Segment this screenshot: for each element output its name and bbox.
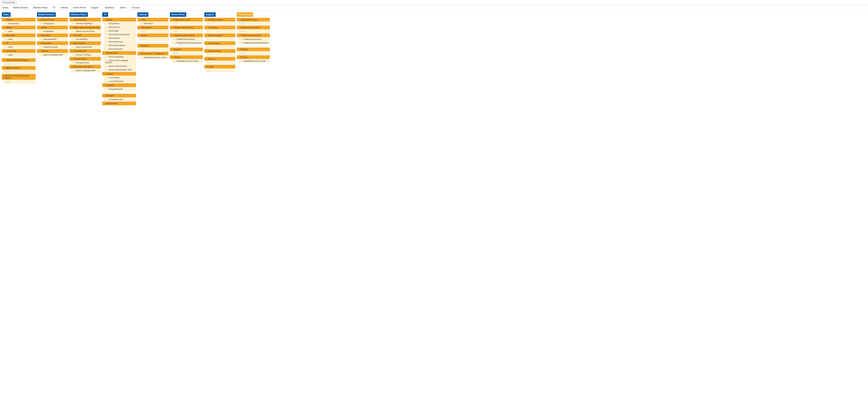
list-item: - - - /shop <box>4 53 35 57</box>
list-item[interactable]: - - Wearables <box>37 34 68 37</box>
list-item[interactable]: - - Wireless support <box>204 18 235 22</box>
list-item: - - - /shop/tablets <box>39 30 68 33</box>
list-item[interactable]: - - Mobile Phones <box>37 18 68 22</box>
column-mobile-devices: Mobile Devices- - Mobile Phones- - - /sh… <box>37 12 68 106</box>
col-header-internet[interactable]: Internet <box>137 12 148 17</box>
nav-item-mobile-devices[interactable]: Mobile Devices <box>12 6 29 9</box>
list-item[interactable]: - - TV support <box>204 26 235 29</box>
list-item[interactable]: - - Accessories <box>2 49 35 53</box>
list-item: - - - Directv/NFLSundayTicket <box>104 33 136 36</box>
list-item[interactable]: - - Bundles* <box>102 94 136 97</box>
list-item: - - - /shop/accessories <box>39 45 68 48</box>
col-header-tv[interactable]: TV <box>102 12 108 17</box>
list-item[interactable]: - Contact <box>204 65 235 68</box>
list-item[interactable]: - - Directv Now* <box>102 51 136 55</box>
list-item: - - - / <box>139 30 168 33</box>
list-item: - - - Compare/Results <box>104 98 136 101</box>
list-item: - - - / <box>139 48 168 51</box>
nav-item-home-phone[interactable]: Home Phone <box>72 6 87 9</box>
list-item[interactable]: - - Accessories <box>37 41 68 45</box>
list-item[interactable]: - - Data Connect <box>69 41 101 45</box>
list-item: - - - / <box>172 30 203 33</box>
list-item[interactable]: - - Home security <box>204 49 235 53</box>
list-item: - - - / <box>4 70 35 73</box>
nav-item---business[interactable]: · Business <box>103 6 115 9</box>
list-item: - - - /shop/filtered search results <box>239 60 270 63</box>
list-item[interactable]: - - Pre-Paid <box>69 34 101 37</box>
list-item[interactable]: - - Wireless home phone <box>170 26 203 29</box>
list-item[interactable]: - - Home phone <box>204 41 235 45</box>
list-item[interactable]: - - Directv <box>102 18 136 22</box>
list-item[interactable]: - - Digital phone plans <box>170 18 203 22</box>
list-item: - - - Traditional phone/local <box>239 38 270 41</box>
list-item[interactable]: - - Bundles* <box>137 44 168 47</box>
list-item[interactable]: - - Account <box>204 57 235 61</box>
col-header-support[interactable]: Support <box>204 12 216 17</box>
list-item: - - - /shop/filtered search results <box>139 56 168 59</box>
list-item: - - - <box>206 61 235 64</box>
nav-item-tv[interactable]: TV <box>52 6 56 9</box>
nav-item-wireless-plans[interactable]: Wireless Plans <box>32 6 48 9</box>
list-item[interactable]: - - Accessories* = Equipment <box>137 52 168 55</box>
nav-bar: DealsMobile DevicesWireless PlansTVInter… <box>0 5 868 10</box>
list-item: - - - / <box>4 63 35 66</box>
top-bar: att.com/home <box>0 0 868 5</box>
list-item[interactable]: - - Traditional phone plans <box>237 34 270 37</box>
list-item[interactable]: - - Mobile share flex (By the Gig) <box>69 26 101 29</box>
list-item[interactable]: - - Bring your own device <box>69 65 101 68</box>
list-item[interactable]: - - Thanks Rewards Program <box>2 58 35 62</box>
list-item[interactable]: - - Phones <box>2 18 35 22</box>
list-item[interactable]: - - Tablets <box>37 26 68 29</box>
nav-item-account[interactable]: Account <box>131 6 140 9</box>
list-item[interactable]: - - Wearables <box>2 34 35 37</box>
list-item[interactable]: - - Bundles* <box>170 47 203 51</box>
list-item[interactable]: - - Tablets <box>2 26 35 29</box>
list-item[interactable]: - - Accessories* <box>102 102 136 105</box>
url-bar[interactable]: att.com/home <box>1 1 16 4</box>
list-item: - - - U-verse/Channels <box>104 80 136 83</box>
col-header-wireless-plans[interactable]: Wireless Plans <box>69 12 88 17</box>
list-item[interactable]: - - Connected Car <box>69 49 101 53</box>
list-item: - - - U-verse/Plans <box>104 76 136 79</box>
list-item[interactable]: - - Digital phone plans <box>237 18 270 22</box>
list-item[interactable]: - - U-verse <box>102 72 136 75</box>
col-header-home-phone-active[interactable]: Home Phone <box>237 12 253 17</box>
col-header-home-phone[interactable]: Home Phone <box>170 12 186 17</box>
list-item[interactable]: - - Trade-in <box>37 49 68 53</box>
list-item[interactable]: - - High speed <box>137 26 168 29</box>
list-item: - - - /shop/wearables <box>39 38 68 41</box>
list-item: - - - / <box>139 38 168 41</box>
list-item[interactable]: - - Phones <box>237 55 270 59</box>
list-item: - - - Compare/results <box>71 61 101 64</box>
list-item: - - - Directv Now/Hardware Offer* <box>104 68 136 71</box>
list-item[interactable]: - - Bundles* <box>237 47 270 51</box>
list-item: - - - Traditional phone/local <box>172 38 203 41</box>
list-item[interactable]: - - Military Program <box>2 66 35 70</box>
content: Deals- - Phones- - - /shop/product- - Ta… <box>0 10 868 108</box>
list-item: - - - Directv/Sports <box>104 37 136 40</box>
list-item[interactable]: - - Compare Plans <box>69 57 101 61</box>
list-item[interactable]: - - Access <box>137 34 168 37</box>
list-item[interactable]: - - IoT <box>2 41 35 45</box>
col-header-mobile-devices[interactable]: Mobile Devices <box>37 12 56 17</box>
col-header-deals[interactable]: Deals <box>2 12 10 17</box>
list-item: - - - Directv/Premiums <box>104 40 136 43</box>
column-deals: Deals- - Phones- - - /shop/product- - Ta… <box>2 12 35 106</box>
list-item[interactable]: - - Phones <box>170 55 203 59</box>
list-item: - - - Compare/Results <box>104 88 136 91</box>
nav-item-support[interactable]: Support <box>90 6 99 9</box>
list-item: - - - /shop <box>4 38 35 41</box>
nav-item---more--[interactable]: · More › <box>118 6 127 9</box>
nav-item-internet[interactable]: Internet <box>60 6 69 9</box>
list-item: - - - <box>206 45 235 48</box>
nav-item-deals[interactable]: Deals <box>2 6 9 9</box>
list-item: - - - Data Connect/Plans <box>71 45 101 48</box>
list-item[interactable]: - - Wireless home phone <box>237 26 270 29</box>
list-item[interactable]: - - Traditional phone plans <box>170 34 203 37</box>
list-item[interactable]: - - Fiber <box>137 18 168 22</box>
list-item[interactable]: - - Unlimited Data <box>69 18 101 22</box>
list-item[interactable]: - - Compare <box>102 83 136 87</box>
list-item[interactable]: - Signature Corporate Partner Program* <box>2 74 35 80</box>
list-item[interactable]: - - Internet support <box>204 34 235 37</box>
list-item: - - - /shop/product <box>4 22 35 25</box>
